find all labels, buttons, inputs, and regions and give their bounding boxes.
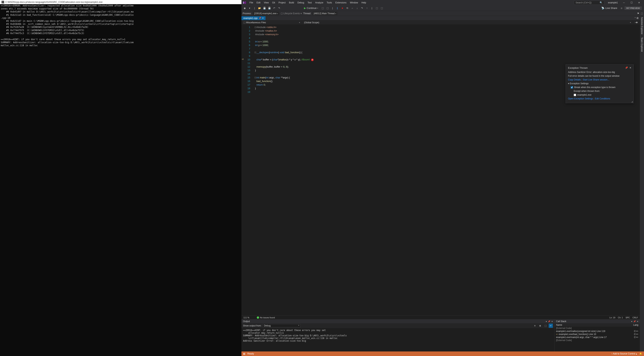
output-tool-1-icon[interactable]: ≡ [533, 324, 537, 328]
popup-close-icon[interactable]: ✕ [630, 66, 631, 69]
step-out-icon[interactable]: ↑ [365, 6, 369, 10]
code-editor[interactable]: ➪ 12345678910111213141516171819 ⊟#includ… [242, 25, 640, 316]
feedback-icon[interactable]: ☺ [620, 6, 624, 10]
output-text[interactable]: ==20916==HINT: if you don't care about t… [242, 328, 554, 352]
open-exception-settings-link[interactable]: Open Exception Settings [568, 97, 593, 100]
menu-help[interactable]: Help [360, 0, 368, 5]
menu-debug[interactable]: Debug [296, 0, 306, 5]
panel-close-icon[interactable]: ✕ [637, 320, 638, 323]
panel-pin-icon[interactable]: 📌 [548, 320, 550, 323]
right-tab-team-explorer[interactable]: Team Explorer [640, 36, 644, 53]
tool-b-icon[interactable]: ⬚ [380, 6, 384, 10]
stack-frame-tool-icon[interactable]: ⬚ [641, 12, 643, 15]
callstack-row[interactable]: [External Code] [554, 339, 640, 342]
menu-window[interactable]: Window [348, 0, 360, 5]
close-button[interactable]: ✕ [635, 0, 643, 5]
bottom-status-bar: ◧ Ready ↑ Add to Source Control ▴ 🔔 [242, 352, 644, 356]
restart-icon[interactable]: ⟲ [345, 6, 349, 10]
save-all-icon[interactable]: 💾 [267, 6, 272, 10]
issues-indicator[interactable]: No issues found [257, 317, 275, 319]
zoom-level[interactable]: 111 % [243, 317, 249, 319]
menu-analyze[interactable]: Analyze [314, 0, 325, 5]
lifecycle-label[interactable]: ▢ Lifecycle Events ▾ [281, 12, 302, 15]
output-tool-2-icon[interactable]: ≣ [538, 324, 542, 328]
maximize-button[interactable]: ☐ [628, 0, 635, 5]
exception-settings-header[interactable]: ▾ Exception Settings [568, 82, 631, 85]
except-item-checkbox[interactable] [574, 94, 576, 96]
start-liveshare-link[interactable]: Start Live Share session... [583, 78, 609, 81]
save-icon[interactable]: 💾 [262, 6, 266, 10]
menu-build[interactable]: Build [288, 0, 296, 5]
debug-tool-1-icon[interactable]: ⬚ [320, 6, 325, 10]
nav-scope[interactable]: (Global Scope)▾ [302, 20, 633, 24]
menu-project[interactable]: Project [277, 0, 287, 5]
menu-git[interactable]: Git [271, 0, 276, 5]
spaces-indicator: SPC [626, 317, 630, 319]
nav-project[interactable]: ⬚ Miscellaneous Files▾ [242, 20, 302, 24]
debug-tool-2-icon[interactable]: ⬚ [326, 6, 330, 10]
search-box[interactable]: Search (Ctrl+Q) 🔍 [574, 0, 604, 5]
liveshare-icon: 📡 [601, 7, 604, 9]
callstack-panel: Call Stack ▾ 📌 ✕ Name Lang [External Cod… [554, 320, 640, 352]
stop-icon[interactable]: ■ [340, 6, 344, 10]
output-wordwrap-icon[interactable]: ↵ [549, 324, 553, 328]
source-control-button[interactable]: ↑ Add to Source Control ▴ [611, 353, 637, 355]
nav-back-icon[interactable]: ◉ [242, 6, 247, 10]
output-source-select[interactable]: Debug▾ [263, 324, 300, 328]
minimize-button[interactable]: ─ [620, 0, 628, 5]
open-icon[interactable]: 📂 [257, 6, 262, 10]
menu-test[interactable]: Test [306, 0, 313, 5]
menu-tools[interactable]: Tools [325, 0, 334, 5]
console-titlebar[interactable]: C:\MSDN\cpp-docs-pr\docs\c-language\ASAN… [0, 0, 242, 4]
tab-gear-icon[interactable]: ⚙ [636, 17, 639, 19]
show-next-icon[interactable]: → [350, 6, 354, 10]
callstack-row[interactable]: example1.exe!main(int argc, char * * arg… [554, 336, 640, 339]
pause-icon[interactable]: ∥ [335, 6, 340, 10]
resize-grip-icon[interactable]: ◢ [631, 100, 633, 103]
output-tool-3-icon[interactable]: ⬚ [543, 324, 548, 328]
output-header[interactable]: Output ▾ 📌 ✕ [242, 320, 554, 323]
undo-icon[interactable]: ↶ [272, 6, 276, 10]
vs-corner-icon[interactable]: ◧ [243, 353, 246, 355]
callstack-row[interactable]: [External Code] [554, 327, 640, 330]
copy-details-link[interactable]: Copy Details [568, 78, 581, 81]
liveshare-button[interactable]: 📡 Live Share [600, 7, 619, 9]
menu-extensions[interactable]: Extensions [334, 0, 348, 5]
nav-fwd-icon[interactable]: ▾ [248, 6, 252, 10]
step-over-icon[interactable]: ↷ [360, 6, 364, 10]
menu-edit[interactable]: Edit [255, 0, 262, 5]
thread-selector[interactable]: [46012] Main Thread ▾ [312, 12, 337, 15]
callstack-row[interactable]: ➪example1.exe!bad_function() Line 10C++ [554, 333, 640, 336]
callstack-header[interactable]: Call Stack ▾ 📌 ✕ [554, 320, 640, 323]
stack-frame-icon[interactable]: ⚑ [637, 12, 639, 15]
right-tab-solution-explorer[interactable]: Solution Explorer [640, 15, 644, 36]
close-tab-icon[interactable]: ✕ [262, 17, 264, 19]
nav-member[interactable]: ▾✚ [633, 20, 640, 24]
menu-view[interactable]: View [262, 0, 270, 5]
process-selector[interactable]: [20916] example1.exe ▾ [253, 12, 279, 15]
panel-dropdown-icon[interactable]: ▾ [631, 320, 632, 323]
continue-button[interactable]: ▶ Continue ▾ [302, 7, 320, 9]
editor-status-line: 111 % No issues found Ln: 19 Ch: 1 SPC C… [242, 316, 640, 319]
panel-dropdown-icon[interactable]: ▾ [546, 320, 547, 323]
menu-file[interactable]: File [248, 0, 254, 5]
vs-logo-icon [242, 1, 246, 4]
tab-example1[interactable]: example1.cpp 📌 ✕ [242, 16, 266, 20]
window-buttons: ─ ☐ ✕ [620, 0, 643, 5]
notifications-icon[interactable]: 🔔 [639, 353, 642, 355]
panel-close-icon[interactable]: ✕ [551, 320, 553, 323]
tab-dropdown-icon[interactable]: ▾ [635, 17, 636, 19]
breakpoint-margin[interactable]: ➪ [242, 25, 245, 316]
popup-pin-icon[interactable]: 📌 [625, 66, 628, 69]
char-indicator: Ch: 1 [618, 317, 623, 319]
step-into-icon[interactable]: ↓ [355, 6, 359, 10]
pin-icon[interactable]: 📌 [259, 17, 261, 19]
break-checkbox[interactable] [571, 86, 573, 89]
console-title-text: C:\MSDN\cpp-docs-pr\docs\c-language\ASAN… [5, 1, 102, 3]
console-output[interactable]: ==20916==ERROR: AddressSanitizer: reques… [0, 4, 242, 356]
edit-conditions-link[interactable]: Edit Conditions [595, 97, 610, 100]
redo-icon[interactable]: ↷ [277, 6, 281, 10]
tool-a-icon[interactable]: ⬚ [375, 6, 379, 10]
callstack-row[interactable]: example1.exe!malloc(unsigned int size) L… [554, 330, 640, 333]
panel-pin-icon[interactable]: 📌 [634, 320, 636, 323]
